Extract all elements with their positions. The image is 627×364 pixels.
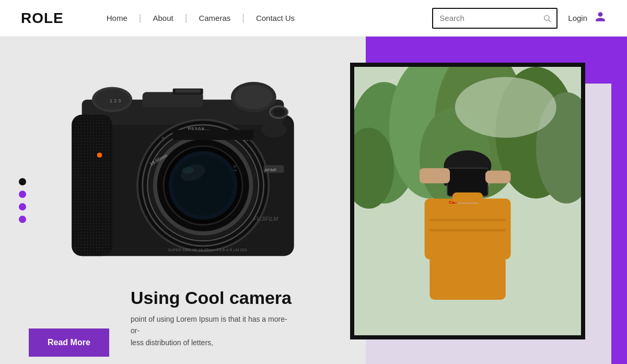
photo-frame: Can: [350, 63, 585, 339]
site-logo: ROLE: [21, 10, 64, 27]
svg-point-33: [261, 122, 286, 137]
svg-text:FUJIFILM: FUJIFILM: [253, 216, 278, 222]
svg-point-21: [173, 155, 234, 216]
svg-rect-57: [425, 198, 440, 259]
camera-illustration: 1 2 3 18-55mm F/3.5-5.: [31, 60, 334, 311]
read-more-button[interactable]: Read More: [29, 328, 109, 357]
svg-rect-11: [176, 89, 201, 92]
hero-section: 1 2 3 18-55mm F/3.5-5.: [0, 37, 627, 364]
subtext-prefix: point of using Lorem Ipsum: [131, 315, 219, 323]
svg-rect-34: [173, 130, 254, 140]
main-nav: Home | About | Cameras | Contact Us: [95, 13, 306, 24]
hero-subtext: point of using Lorem Ipsum is that it ha…: [131, 313, 293, 348]
svg-point-8: [235, 85, 273, 109]
svg-rect-62: [429, 229, 505, 231]
nav-cameras[interactable]: Cameras: [187, 14, 242, 22]
svg-text:∞: ∞: [161, 136, 164, 139]
purple-right-accent: [611, 37, 627, 364]
svg-point-23: [182, 167, 194, 174]
search-container: [432, 8, 558, 29]
nav-about[interactable]: About: [141, 14, 184, 22]
hero-left-panel: 1 2 3 18-55mm F/3.5-5.: [0, 37, 366, 364]
svg-point-0: [544, 15, 549, 20]
svg-rect-59: [420, 168, 450, 183]
svg-text:1 2 3: 1 2 3: [110, 98, 121, 103]
svg-rect-47: [429, 198, 505, 300]
hero-right-panel: Can: [366, 37, 627, 364]
search-button[interactable]: [538, 14, 556, 22]
svg-text:X-T: X-T: [233, 165, 237, 172]
svg-text:AF/MF: AF/MF: [265, 168, 277, 172]
person-photo: Can: [354, 67, 581, 335]
svg-rect-58: [495, 198, 510, 259]
svg-text:SUPER EBC XF 18-55mm F2.8-4 R : SUPER EBC XF 18-55mm F2.8-4 R LM OIS: [168, 248, 247, 252]
subtext-suffix: less distribution of letters,: [131, 338, 213, 347]
site-header: ROLE Home | About | Cameras | Contact Us…: [0, 0, 627, 37]
search-input[interactable]: [433, 14, 538, 22]
login-button[interactable]: Login: [568, 14, 587, 22]
svg-rect-29: [73, 116, 111, 255]
nav-contact[interactable]: Contact Us: [245, 14, 306, 22]
svg-point-30: [97, 152, 102, 158]
photo-background: Can: [354, 67, 581, 335]
nav-home[interactable]: Home: [95, 14, 139, 22]
svg-line-1: [549, 20, 551, 22]
svg-rect-53: [447, 168, 488, 196]
svg-point-32: [273, 108, 285, 116]
svg-rect-60: [485, 171, 510, 183]
search-icon: [543, 14, 551, 22]
svg-rect-61: [429, 219, 505, 221]
hero-heading: Using Cool camera: [131, 288, 355, 308]
svg-rect-63: [452, 193, 483, 203]
svg-point-46: [455, 77, 556, 137]
user-icon[interactable]: [595, 11, 606, 26]
